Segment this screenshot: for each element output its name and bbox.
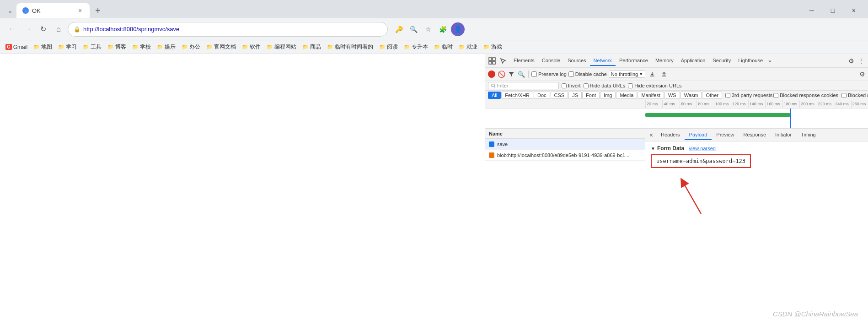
devtools-tab-sources[interactable]: Sources [564, 56, 589, 66]
home-btn[interactable]: ⌂ [52, 23, 65, 36]
reload-btn[interactable]: ↻ [37, 23, 49, 36]
url-bar[interactable]: 🔒 http://localhost:8080/springmvc/save [68, 22, 388, 37]
invert-checkbox[interactable] [562, 83, 567, 88]
network-import-btn[interactable] [647, 69, 657, 79]
invert-label[interactable]: Invert [562, 83, 581, 88]
bookmark-docs[interactable]: 📁官网文档 [204, 42, 239, 52]
devtools-selector-icon[interactable] [487, 56, 497, 66]
detail-tab-headers[interactable]: Headers [656, 130, 685, 140]
url-text[interactable]: http://localhost:8080/springmvc/save [83, 26, 382, 33]
type-btn-css[interactable]: CSS [551, 92, 568, 99]
bookmark-read[interactable]: 📁阅读 [376, 42, 401, 52]
clear-btn[interactable]: 🚫 [497, 70, 505, 78]
record-btn[interactable] [488, 71, 495, 78]
devtools-tab-application[interactable]: Application [677, 56, 709, 66]
devtools-right-icon[interactable]: ⚙ [859, 71, 865, 78]
bookmark-coding[interactable]: 📁编程网站 [264, 42, 299, 52]
disable-cache-label[interactable]: Disable cache [568, 71, 607, 77]
window-close-btn[interactable]: × [843, 3, 864, 18]
hide-extension-urls-label[interactable]: Hide extension URLs [628, 83, 681, 88]
tab-nav-prev[interactable]: ⌄ [4, 4, 16, 17]
bookmark-job[interactable]: 📁就业 [456, 42, 480, 52]
detail-close-btn[interactable]: × [647, 131, 655, 139]
bookmark-shop[interactable]: 📁商品 [300, 42, 324, 52]
profile-avatar[interactable]: 👤 [451, 22, 465, 36]
filter-toggle-btn[interactable] [507, 70, 515, 78]
bookmark-temp[interactable]: 📁临时 [431, 42, 455, 52]
third-party-label[interactable]: 3rd-party requests [725, 92, 772, 98]
forward-btn[interactable]: → [21, 23, 34, 36]
devtools-gear-btn[interactable]: ⚙ [846, 56, 856, 66]
bookmark-game[interactable]: 📁游戏 [481, 42, 505, 52]
browser-tab[interactable]: ○ OK × [16, 3, 90, 18]
filter-input-wrap[interactable] [488, 82, 559, 89]
window-minimize-btn[interactable]: ─ [801, 3, 822, 18]
third-party-checkbox[interactable] [725, 93, 730, 98]
type-btn-other[interactable]: Other [702, 92, 722, 99]
devtools-tab-performance[interactable]: Performance [616, 56, 652, 66]
type-btn-manifest[interactable]: Manifest [638, 92, 664, 99]
hide-data-urls-checkbox[interactable] [584, 83, 589, 88]
bookmark-study[interactable]: 📁学习 [55, 42, 80, 52]
detail-tab-timing[interactable]: Timing [796, 130, 820, 140]
devtools-tab-network[interactable]: Network [590, 56, 616, 66]
bookmark-gmail[interactable]: G Gmail [3, 43, 30, 51]
hide-data-urls-label[interactable]: Hide data URLs [584, 83, 626, 88]
bookmark-school[interactable]: 📁学校 [129, 42, 154, 52]
type-btn-font[interactable]: Font [582, 92, 600, 99]
bookmark-temp-watch[interactable]: 📁临时有时间看的 [324, 42, 376, 52]
type-btn-wasm[interactable]: Wasm [680, 92, 702, 99]
devtools-more-tabs[interactable]: » [766, 56, 773, 65]
type-btn-js[interactable]: JS [568, 92, 582, 99]
bookmark-icon[interactable]: ☆ [422, 23, 434, 36]
key-icon[interactable]: 🔑 [392, 23, 405, 36]
devtools-tab-lighthouse[interactable]: Lighthouse [734, 56, 766, 66]
bookmark-blog[interactable]: 📁博客 [105, 42, 129, 52]
preserve-log-label[interactable]: Preserve log [531, 71, 567, 77]
detail-tab-payload[interactable]: Payload [685, 130, 712, 140]
network-separator [528, 71, 529, 78]
blocked-cookies-checkbox[interactable] [773, 93, 778, 98]
filter-input[interactable] [497, 83, 556, 88]
devtools-menu-btn[interactable]: ⋮ [856, 56, 866, 66]
bookmark-zhuanshengben[interactable]: 📁专升本 [401, 42, 431, 52]
devtools-tab-elements[interactable]: Elements [510, 56, 538, 66]
type-btn-media[interactable]: Media [616, 92, 637, 99]
bookmark-map[interactable]: 📁地图 [31, 42, 55, 52]
request-row-blob[interactable]: blob:http://localhost:8080/e89de5eb-9191… [485, 150, 645, 161]
search-btn[interactable]: 🔍 [517, 70, 525, 78]
devtools-tab-memory[interactable]: Memory [652, 56, 677, 66]
type-btn-img[interactable]: Img [600, 92, 616, 99]
throttle-select[interactable]: No throttling ▼ [609, 71, 645, 78]
network-export-btn[interactable] [659, 69, 669, 79]
disable-cache-checkbox[interactable] [568, 71, 574, 77]
request-row-save[interactable]: save [485, 139, 645, 150]
type-btn-fetchxhr[interactable]: Fetch/XHR [501, 92, 533, 99]
bookmark-office[interactable]: 📁办公 [179, 42, 203, 52]
detail-tab-initiator[interactable]: Initiator [771, 130, 796, 140]
type-btn-ws[interactable]: WS [664, 92, 680, 99]
blocked-requests-checkbox[interactable] [841, 93, 847, 98]
blocked-requests-label[interactable]: Blocked requests [841, 92, 868, 98]
bookmark-tools[interactable]: 📁工具 [80, 42, 104, 52]
detail-tab-response[interactable]: Response [739, 130, 771, 140]
tab-close-btn[interactable]: × [76, 6, 84, 15]
type-btn-doc[interactable]: Doc [534, 92, 550, 99]
timeline-blue-line [790, 109, 791, 129]
detail-tab-preview[interactable]: Preview [712, 130, 739, 140]
devtools-tab-security[interactable]: Security [709, 56, 734, 66]
view-parsed-link[interactable]: view parsed [689, 146, 716, 151]
type-btn-all[interactable]: All [488, 92, 501, 99]
devtools-tab-console[interactable]: Console [538, 56, 564, 66]
window-maximize-btn[interactable]: □ [822, 3, 843, 18]
extensions-icon[interactable]: 🧩 [436, 23, 449, 36]
blocked-cookies-label[interactable]: Blocked response cookies [773, 92, 838, 98]
bookmark-entertainment[interactable]: 📁娱乐 [154, 42, 178, 52]
hide-extension-urls-checkbox[interactable] [628, 83, 633, 88]
devtools-inspect-icon[interactable] [498, 56, 508, 66]
preserve-log-checkbox[interactable] [531, 71, 537, 77]
new-tab-btn[interactable]: + [91, 4, 104, 17]
bookmark-software[interactable]: 📁软件 [239, 42, 263, 52]
zoom-icon[interactable]: 🔍 [407, 23, 420, 36]
back-btn[interactable]: ← [5, 23, 18, 36]
